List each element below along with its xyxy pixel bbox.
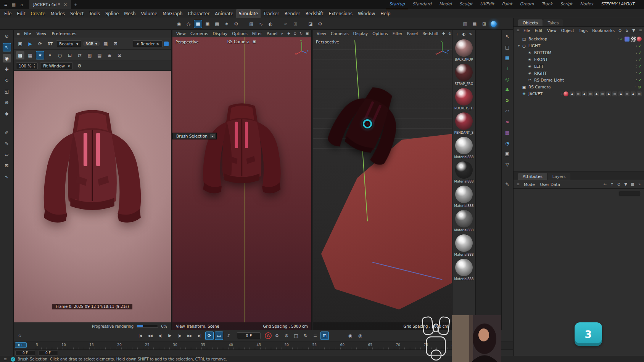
menu-render[interactable]: Render xyxy=(282,9,303,18)
attr-menu-icon[interactable]: ≡ xyxy=(515,181,521,187)
selection-tag[interactable]: ▲ xyxy=(570,91,575,96)
cache-icon[interactable]: ⊞ xyxy=(291,20,299,28)
spline-tool-icon[interactable]: ∿ xyxy=(3,173,11,181)
vp2-menu-panel[interactable]: Panel xyxy=(405,30,420,37)
tab-attributes[interactable]: Attributes xyxy=(518,173,547,180)
vp2-menu-view[interactable]: View xyxy=(314,30,328,37)
rope-icon[interactable]: ∿ xyxy=(257,20,265,28)
layout-tab-stephy[interactable]: STEPHY LAYOUT xyxy=(597,0,638,10)
layout-tab-sculpt[interactable]: Sculpt xyxy=(456,0,476,10)
material-item[interactable]: Material888 xyxy=(452,184,475,208)
visibility-dots-icon[interactable]: : xyxy=(561,92,562,96)
rv-menu-preferences[interactable]: Preferences xyxy=(49,30,79,38)
range-start-field[interactable]: 0 F xyxy=(15,351,35,356)
layout-tab-groom[interactable]: Groom xyxy=(516,0,537,10)
field-icon[interactable]: ▦ xyxy=(504,129,511,136)
coordinates-tool-icon[interactable]: ◆ xyxy=(3,109,11,118)
enabled-check-icon[interactable]: ✓ xyxy=(638,50,642,55)
generator-icon[interactable]: ⚙ xyxy=(504,97,511,104)
menu-modes[interactable]: Modes xyxy=(48,9,68,18)
autokey-button[interactable]: A xyxy=(265,332,272,339)
document-tab[interactable]: JACKET.c4d * × xyxy=(29,0,71,9)
visibility-dots-icon[interactable]: : xyxy=(636,71,637,75)
enabled-check-icon[interactable]: ✓ xyxy=(638,43,642,48)
subdivision-icon[interactable]: ◎ xyxy=(504,75,511,83)
material-item[interactable]: Material888 xyxy=(452,160,475,184)
preview-range-button[interactable]: ▭ xyxy=(215,332,223,340)
vp-menu-panel[interactable]: Panel xyxy=(264,30,280,37)
enabled-check-icon[interactable]: ✓ xyxy=(638,64,642,69)
layout-icon[interactable]: ⊞ xyxy=(480,20,488,28)
visibility-dots-icon[interactable]: : xyxy=(618,37,619,41)
object-row-backdrop[interactable]: ▤ Backdrop : ✓ xyxy=(514,35,644,42)
forces-icon[interactable]: ⚙ xyxy=(232,20,240,28)
next-frame-button[interactable]: |▶ xyxy=(175,332,184,340)
axis-tool-icon[interactable]: ⊕ xyxy=(3,98,11,107)
mograph-icon[interactable]: ∞ xyxy=(504,118,511,126)
cube-primitive-icon[interactable]: ▦ xyxy=(504,54,511,62)
om-menu-bookmarks[interactable]: Bookmarks xyxy=(590,27,617,34)
menu-create[interactable]: Create xyxy=(28,9,48,18)
object-row-jacket[interactable]: ✚ JACKET : ▲ ▦ ▲ ▦ ▲ ▦ ▲ ▦ ▲ ▦ ▲ ▦ xyxy=(514,90,644,97)
vp2-menu-cameras[interactable]: Cameras xyxy=(328,30,351,37)
uv-tag[interactable]: ▦ xyxy=(637,91,642,96)
live-selection-tool-icon[interactable]: ◉ xyxy=(3,54,11,62)
vegetation-icon[interactable]: ♣ xyxy=(504,86,511,94)
falsecolor-icon[interactable]: ○ xyxy=(56,51,64,59)
paste-buffer-icon[interactable]: ⊠ xyxy=(115,51,124,59)
menu-mograph[interactable]: MoGraph xyxy=(160,9,185,18)
record-position-button[interactable]: ⊕ xyxy=(282,332,291,340)
compositing-tag[interactable] xyxy=(625,37,630,42)
uv-tag[interactable]: ▦ xyxy=(588,91,593,96)
prev-frame-button[interactable]: ◀| xyxy=(155,332,164,340)
menu-tools[interactable]: Tools xyxy=(87,9,103,18)
attr-filter-icon[interactable]: ▼ xyxy=(623,181,629,187)
snapshot-compare-icon[interactable]: ✶ xyxy=(36,51,44,59)
menu-animate[interactable]: Animate xyxy=(212,9,236,18)
toggle-view-icon[interactable]: ▣ xyxy=(304,31,310,36)
menu-file[interactable]: File xyxy=(2,9,14,18)
region-box-icon[interactable]: ⊡ xyxy=(66,51,74,59)
rt-toggle-button[interactable]: RT xyxy=(46,41,55,47)
attr-lock-icon[interactable]: ▩ xyxy=(630,181,636,187)
material-item[interactable]: STRAP_FRO xyxy=(452,62,475,86)
render-view-menu-icon[interactable]: ≡ xyxy=(15,31,21,37)
goto-start-button[interactable]: |◀ xyxy=(135,332,145,340)
next-key-button[interactable]: ▶▶ xyxy=(185,332,194,340)
channel-toggle[interactable]: RGB ▾ xyxy=(83,41,100,46)
text-object-icon[interactable]: T xyxy=(504,65,511,72)
vp-menu-view[interactable]: View xyxy=(174,30,188,37)
attr-back-icon[interactable]: ← xyxy=(602,181,608,187)
pixel-grid-icon[interactable]: ▦ xyxy=(26,51,34,59)
app-menu-icon[interactable]: ≡ xyxy=(2,1,9,8)
record-rotation-button[interactable]: ↻ xyxy=(301,332,310,340)
enabled-check-icon[interactable]: ✓ xyxy=(620,37,623,42)
visibility-dots-icon[interactable]: : xyxy=(636,78,637,82)
stage-icon[interactable]: ▤ xyxy=(470,20,479,28)
layout-tab-startup[interactable]: Startup xyxy=(386,0,408,10)
menu-character[interactable]: Character xyxy=(185,9,213,18)
viewport-right-canvas[interactable]: Perspective Y X Z Grid Spacing : 5000 cm xyxy=(313,37,452,330)
menu-window[interactable]: Window xyxy=(355,9,378,18)
rigid-body-icon[interactable]: ▦ xyxy=(194,20,202,28)
menu-redshift[interactable]: Redshift xyxy=(303,9,326,18)
visibility-dots-icon[interactable]: : xyxy=(636,64,637,68)
knife-tool-icon[interactable]: ⊠ xyxy=(3,162,11,170)
search-tool-icon[interactable]: ⊙ xyxy=(3,32,11,40)
selection-tag[interactable]: ▲ xyxy=(606,91,611,96)
vp-menu-display[interactable]: Display xyxy=(211,30,230,37)
star-bookmark-icon[interactable]: ✦ xyxy=(46,51,54,59)
menu-volume[interactable]: Volume xyxy=(138,9,160,18)
simulation-settings-icon[interactable]: ⚙ xyxy=(316,20,324,28)
new-tab-icon[interactable]: + xyxy=(72,1,79,8)
om-menu-view[interactable]: View xyxy=(545,27,559,34)
enabled-check-icon[interactable]: ✓ xyxy=(638,71,642,76)
selection-tag[interactable]: ▲ xyxy=(594,91,599,96)
vp-menu-filter[interactable]: Filter xyxy=(250,30,264,37)
lock-view-icon[interactable]: ▩ xyxy=(16,51,24,59)
viewport-mid-canvas[interactable]: Perspective RS Camera ▣ Y X Z Brush Sele… xyxy=(172,37,311,330)
menu-extensions[interactable]: Extensions xyxy=(326,9,355,18)
vp2-menu-options[interactable]: Options xyxy=(370,30,390,37)
attr-menu-mode[interactable]: Mode xyxy=(521,180,538,189)
tab-objects[interactable]: Objects xyxy=(518,19,543,26)
